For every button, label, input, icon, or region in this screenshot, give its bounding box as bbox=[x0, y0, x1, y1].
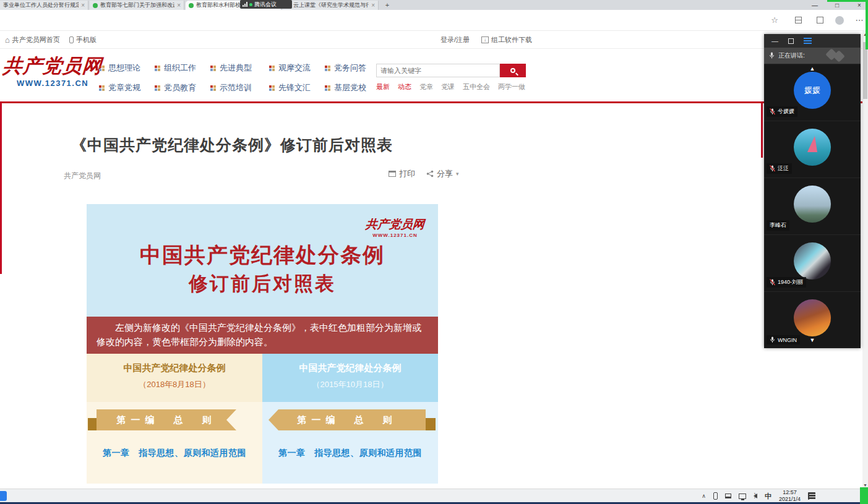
screen: 事业单位工作人员处分暂行规定 × 教育部等七部门关于加强和改进… × 教育部和水… bbox=[0, 0, 868, 504]
scrollbar-thumb[interactable] bbox=[863, 42, 867, 99]
site-logo[interactable]: 共产党员网 bbox=[2, 53, 103, 79]
search-button[interactable] bbox=[500, 64, 526, 77]
nav-label: 观摩交流 bbox=[278, 62, 311, 74]
nav-grid-icon bbox=[325, 66, 327, 68]
home-icon: ⌂ bbox=[5, 36, 10, 43]
restore-button[interactable]: □ bbox=[833, 2, 841, 9]
collections-icon[interactable] bbox=[795, 17, 802, 23]
participant-name: 李峰石 bbox=[770, 221, 786, 229]
download-link[interactable]: ↓ 组工软件下载 bbox=[481, 35, 532, 45]
meeting-panel: — 正在讲话: ▲ 媛媛 bbox=[764, 34, 861, 348]
browser-tab-1[interactable]: 事业单位工作人员处分暂行规定 × bbox=[0, 1, 88, 10]
tab-close-icon[interactable]: × bbox=[177, 2, 181, 9]
tab-title: 事业单位工作人员处分暂行规定 bbox=[3, 1, 79, 9]
clock-date: 2021/1/4 bbox=[779, 496, 801, 502]
hot-keyword[interactable]: 五中全会 bbox=[463, 82, 490, 92]
minimize-button[interactable]: — bbox=[811, 2, 819, 9]
participant-avatar bbox=[794, 299, 831, 336]
left-part-ribbon: 第一编 总 则 bbox=[97, 409, 236, 430]
nav-item[interactable]: 观摩交流 bbox=[269, 62, 311, 74]
site-logo-url: WWW.12371.CN bbox=[17, 79, 88, 88]
share-button[interactable]: 分享 ▾ bbox=[426, 168, 459, 179]
nav-grid-icon bbox=[210, 85, 213, 88]
nav-item[interactable]: 先进典型 bbox=[210, 62, 252, 74]
hot-keyword[interactable]: 党课 bbox=[441, 82, 455, 92]
favorite-star-icon[interactable]: ☆ bbox=[769, 15, 780, 26]
nav-item[interactable]: 党章党规 bbox=[99, 82, 140, 93]
hot-keyword[interactable]: 动态 bbox=[398, 82, 411, 92]
nav-item[interactable]: 示范培训 bbox=[210, 82, 252, 93]
nav-label: 先进典型 bbox=[220, 62, 252, 74]
article-toolbar: 打印 分享 ▾ bbox=[389, 168, 459, 179]
hot-keyword[interactable]: 最新 bbox=[376, 82, 390, 92]
nav-item[interactable]: 组织工作 bbox=[155, 62, 196, 74]
nav-grid-icon bbox=[155, 85, 157, 88]
action-center-icon[interactable] bbox=[808, 492, 815, 500]
participant-name: 1940-刘丽 bbox=[778, 278, 803, 286]
browser-tab-2[interactable]: 教育部等七部门关于加强和改进… × bbox=[90, 1, 184, 10]
new-tab-button[interactable]: + bbox=[382, 1, 392, 9]
meeting-minimize-icon[interactable]: — bbox=[771, 37, 778, 45]
meeting-panel-header: — bbox=[764, 34, 861, 48]
poster-logo-name: 共产党员网 bbox=[365, 216, 425, 233]
nav-label: 思想理论 bbox=[108, 62, 140, 74]
participant-tile[interactable]: 李峰石 bbox=[764, 177, 861, 234]
hot-keyword[interactable]: 党章 bbox=[419, 82, 433, 92]
poster-logo-url: WWW.12371.CN bbox=[366, 233, 424, 238]
browser-tab-strip: 事业单位工作人员处分暂行规定 × 教育部等七部门关于加强和改进… × 教育部和水… bbox=[0, 0, 868, 10]
participant-tile[interactable]: 1940-刘丽 bbox=[764, 234, 861, 291]
green-dot-icon bbox=[249, 3, 252, 6]
participant-avatar bbox=[794, 129, 831, 166]
ribbon-fold bbox=[88, 418, 98, 430]
home-link[interactable]: ⌂ 共产党员网首页 bbox=[5, 35, 60, 45]
hot-keyword[interactable]: 两学一做 bbox=[498, 82, 525, 92]
ime-indicator[interactable]: 中 bbox=[765, 492, 771, 501]
mic-muted-icon bbox=[770, 165, 775, 172]
meeting-menu-icon[interactable] bbox=[804, 38, 812, 44]
display-tray-icon[interactable] bbox=[739, 493, 746, 499]
nav-item[interactable]: 基层党校 bbox=[325, 82, 366, 93]
page-title: 《中国共产党纪律处分条例》修订前后对照表 bbox=[71, 135, 393, 155]
nav-label: 基层党校 bbox=[334, 82, 366, 93]
hidden-icons-chevron[interactable]: ∧ bbox=[702, 493, 706, 499]
participant-tile[interactable]: WNGIN ▼ bbox=[764, 291, 861, 348]
nav-item[interactable]: 党务问答 bbox=[325, 62, 366, 74]
browser-tab-4[interactable]: 云上课堂《研究生学术规范与行为… × bbox=[283, 1, 379, 10]
poster-title-line2: 修订前后对照表 bbox=[87, 271, 438, 297]
browser-menu-icon[interactable]: ⋯ bbox=[854, 15, 865, 26]
mobile-link[interactable]: 手机版 bbox=[69, 35, 97, 45]
speaking-label: 正在讲话: bbox=[778, 51, 805, 60]
close-button[interactable]: × bbox=[856, 2, 863, 9]
participant-avatar bbox=[794, 242, 831, 280]
tab-close-icon[interactable]: × bbox=[371, 2, 375, 9]
scroll-up-icon[interactable]: ▲ bbox=[764, 66, 861, 72]
usb-tray-icon[interactable] bbox=[725, 493, 731, 498]
nav-item[interactable]: 思想理论 bbox=[99, 62, 140, 74]
taskbar-app-icon[interactable] bbox=[0, 491, 7, 501]
login-link[interactable]: 登录/注册 bbox=[440, 35, 470, 45]
participant-tile[interactable]: ▲ 媛媛 兮媛媛 bbox=[764, 64, 861, 121]
nav-item[interactable]: 先锋文汇 bbox=[269, 82, 311, 93]
page-scrollbar[interactable]: ▲ ▼ bbox=[862, 31, 868, 489]
red-edge-left bbox=[0, 103, 2, 274]
scrollbar-down-icon[interactable]: ▼ bbox=[862, 483, 868, 487]
phone-tray-icon[interactable] bbox=[713, 492, 718, 500]
scroll-down-icon[interactable]: ▼ bbox=[764, 337, 861, 343]
nav-item[interactable]: 党员教育 bbox=[155, 82, 196, 93]
print-button[interactable]: 打印 bbox=[389, 168, 415, 179]
clock-time: 12:57 bbox=[783, 489, 797, 495]
workspaces-icon[interactable] bbox=[817, 17, 823, 23]
tab-close-icon[interactable]: × bbox=[81, 2, 85, 9]
nav-label: 党员教育 bbox=[164, 82, 196, 93]
participant-name-tag: 泛泛 bbox=[767, 163, 792, 174]
tab-favicon bbox=[189, 3, 194, 8]
meeting-restore-icon[interactable] bbox=[788, 38, 794, 44]
nav-grid-icon bbox=[269, 66, 272, 68]
taskbar-clock[interactable]: 12:57 2021/1/4 bbox=[779, 489, 801, 503]
tab-favicon bbox=[93, 3, 98, 8]
profile-avatar[interactable] bbox=[835, 16, 844, 25]
volume-tray-icon[interactable] bbox=[754, 493, 757, 498]
participant-name-tag: 1940-刘丽 bbox=[767, 277, 806, 288]
participant-tile[interactable]: 泛泛 bbox=[764, 121, 861, 177]
search-input[interactable] bbox=[376, 64, 500, 77]
